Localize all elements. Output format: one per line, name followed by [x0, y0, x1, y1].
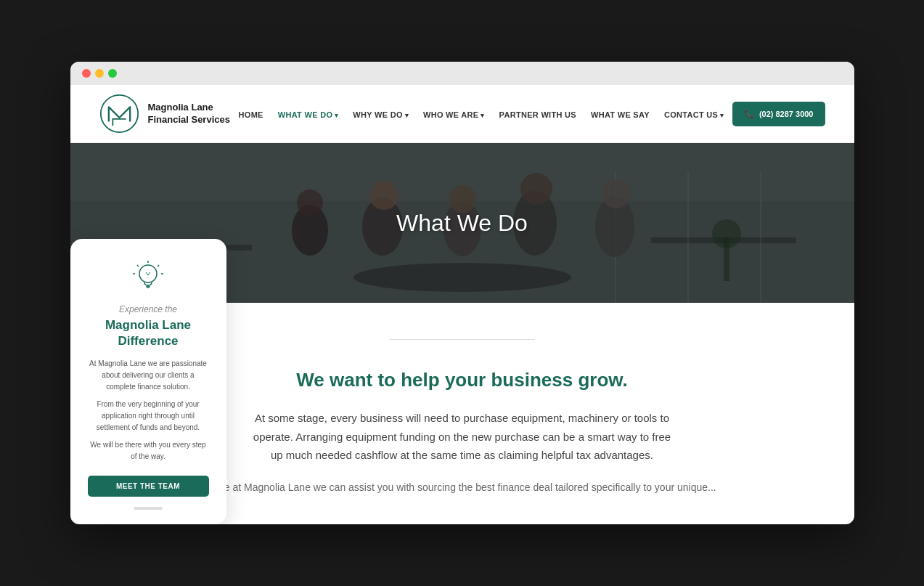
card-desc-2: From the very beginning of your applicat…	[88, 399, 209, 434]
phone-button[interactable]: 📞 (02) 8287 3000	[732, 102, 825, 126]
logo-text: Magnolia Lane Financial Services	[148, 102, 230, 126]
card-desc-3: We will be there with you every step of …	[88, 439, 209, 463]
mobile-card: Experience the Magnolia Lane Difference …	[70, 239, 226, 524]
nav-links: HOME WHAT WE DO WHY WE DO WHO WE ARE PAR…	[233, 107, 730, 121]
phone-number: (02) 8287 3000	[759, 110, 814, 118]
navbar: Magnolia Lane Financial Services HOME WH…	[70, 85, 854, 143]
browser-dot-maximize[interactable]	[108, 69, 117, 78]
nav-item-what-we-say[interactable]: WHAT WE SAY	[585, 107, 655, 121]
section-body: At some stage, every business will need …	[252, 409, 673, 465]
nav-item-why-we-do[interactable]: WHY WE DO	[347, 107, 414, 121]
nav-item-contact[interactable]: CONTACT US	[658, 107, 729, 121]
company-subtitle: Financial Services	[148, 114, 230, 126]
hero-title: What We Do	[396, 210, 528, 237]
browser-dot-close[interactable]	[82, 69, 91, 78]
svg-line-25	[158, 265, 159, 266]
company-name: Magnolia Lane	[148, 102, 230, 114]
card-bottom-indicator	[134, 507, 163, 510]
svg-point-0	[100, 95, 137, 132]
bulb-icon	[130, 259, 166, 296]
browser-dot-minimize[interactable]	[95, 69, 104, 78]
meet-team-button[interactable]: MEET THE TEAM	[88, 476, 209, 497]
nav-item-who-we-are[interactable]: WHO WE ARE	[417, 107, 491, 121]
svg-line-26	[137, 265, 139, 266]
card-tagline: Experience the	[119, 304, 177, 314]
card-title: Magnolia Lane Difference	[88, 317, 209, 349]
card-desc-1: At Magnolia Lane we are passionate about…	[88, 358, 209, 393]
logo-area: Magnolia Lane Financial Services	[99, 94, 230, 134]
section-divider	[390, 339, 535, 340]
nav-item-partner[interactable]: PARTNER WITH US	[494, 107, 582, 121]
browser-chrome	[70, 62, 854, 85]
logo-icon	[99, 94, 139, 134]
svg-point-21	[139, 265, 157, 282]
nav-item-home[interactable]: HOME	[233, 107, 269, 121]
phone-icon: 📞	[744, 109, 755, 119]
nav-item-what-we-do[interactable]: WHAT WE DO	[272, 107, 345, 121]
